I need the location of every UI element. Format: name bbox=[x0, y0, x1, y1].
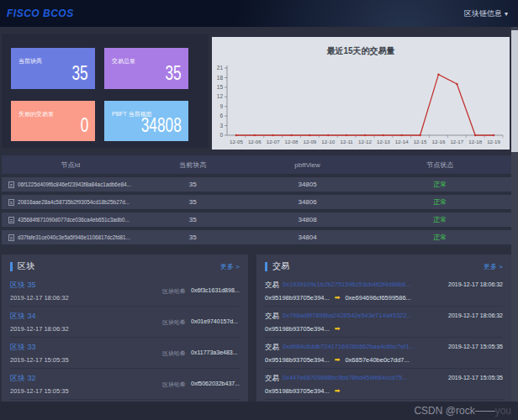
node-id: 06f1225d409f6c846ef23943f8a84ac1adb6e84.… bbox=[18, 181, 131, 188]
block-hash: 0x01e9740157d... bbox=[191, 318, 238, 327]
svg-text:15: 15 bbox=[217, 84, 224, 90]
block-list-item: 区块 35 2019-12-17 18:06:32 区块哈希 0x6f3c163… bbox=[10, 276, 240, 307]
block-number-link[interactable]: 区块 35 bbox=[10, 281, 162, 289]
svg-text:12-19: 12-19 bbox=[487, 139, 500, 144]
tx-hash-link[interactable]: 0x1939109c1b2b2751596c53cb463f4d86b6... bbox=[283, 281, 448, 289]
node-id: 435684f871090d077dce036ca4eb651c3adb0... bbox=[18, 216, 130, 223]
col-block-height: 当前块高 bbox=[140, 160, 246, 170]
table-row: 20816aae28a4c58735b2f93054cd18b25b27d...… bbox=[2, 195, 511, 209]
block-list-item: 区块 32 2019-12-17 15:05:35 区块哈希 0xf506203… bbox=[10, 369, 240, 400]
stats-cards-panel: 当前块高 35 交易总量 35 失败的交易量 0 PBFT 当前视图 34808 bbox=[2, 34, 209, 148]
svg-text:12-15: 12-15 bbox=[414, 139, 427, 144]
pbft-view: 34806 bbox=[246, 198, 368, 206]
tx-time: 2019-12-17 18:06:32 bbox=[448, 281, 503, 289]
watermark-main: CSDN @rock—— bbox=[414, 405, 494, 417]
svg-text:12-06: 12-06 bbox=[248, 139, 262, 144]
block-height: 35 bbox=[140, 216, 246, 223]
tx-hash-link[interactable]: 0x798ad8f7898ba2426542e543e714a45322... bbox=[283, 312, 448, 320]
table-row: d37fafe31ce040c3e5a5f946e1106817dc2fd81.… bbox=[2, 230, 511, 244]
transaction-list-item: 交易 0xd984c6ddb7241716926b562baa4c6bc7ef1… bbox=[265, 338, 503, 369]
block-hash: 0xf5062032b437... bbox=[191, 381, 240, 389]
stat-card-pbft-view: PBFT 当前视图 34808 bbox=[104, 101, 188, 142]
watermark: CSDN @rock——you bbox=[414, 405, 511, 417]
svg-text:9: 9 bbox=[219, 103, 223, 109]
tx-label: 交易 bbox=[265, 312, 279, 320]
block-height: 35 bbox=[140, 198, 246, 206]
stat-label: 交易总量 bbox=[112, 57, 135, 66]
transactions-panel: 交易 更多 > 交易 0x1939109c1b2b2751596c53cb463… bbox=[256, 255, 511, 402]
nav-chain-info-label: 区块链信息 bbox=[464, 8, 502, 19]
tx-label: 交易 bbox=[265, 343, 279, 351]
tx-label: 交易 bbox=[265, 374, 279, 382]
copy-icon[interactable] bbox=[8, 217, 14, 223]
block-hash: 0x6f3c1631d898... bbox=[191, 287, 240, 296]
transactions-panel-title: 交易 bbox=[272, 261, 484, 271]
table-row: 06f1225d409f6c846ef23943f8a84ac1adb6e84.… bbox=[2, 177, 511, 192]
svg-text:3: 3 bbox=[219, 123, 223, 129]
arrow-right-icon: ➡ bbox=[335, 387, 341, 395]
watermark-tail: you bbox=[495, 405, 511, 417]
svg-text:18: 18 bbox=[217, 75, 224, 81]
tx-to: 0x6857e40be0c7dd7... bbox=[345, 356, 409, 364]
col-node-id: 节点Id bbox=[2, 160, 140, 170]
block-height: 35 bbox=[140, 234, 246, 241]
copy-icon[interactable] bbox=[8, 199, 14, 206]
tx-chart-panel: 最近15天的交易量 03691215182112-0512-0612-0712-… bbox=[212, 37, 510, 150]
blocks-more-link[interactable]: 更多 > bbox=[220, 262, 240, 271]
blocks-panel: 区块 更多 > 区块 35 2019-12-17 18:06:32 区块哈希 0… bbox=[2, 255, 248, 402]
tx-hash-link[interactable]: 0xd984c6ddb7241716926b562baa4c6bc7ef1... bbox=[283, 343, 448, 351]
block-number-link[interactable]: 区块 33 bbox=[10, 343, 162, 351]
node-id: d37fafe31ce040c3e5a5f946e1106817dc2fd81.… bbox=[18, 234, 130, 241]
block-time: 2019-12-17 15:05:35 bbox=[10, 356, 162, 364]
node-id-cell: d37fafe31ce040c3e5a5f946e1106817dc2fd81.… bbox=[2, 234, 140, 241]
stat-value: 35 bbox=[72, 63, 88, 83]
stat-card-block-height: 当前块高 35 bbox=[11, 48, 95, 89]
tx-time: 2019-12-17 18:06:32 bbox=[448, 312, 503, 320]
tx-label: 交易 bbox=[265, 281, 279, 289]
block-hash-label: 区块哈希 bbox=[162, 381, 186, 389]
title-bar-marker bbox=[10, 262, 13, 271]
copy-icon[interactable] bbox=[8, 234, 14, 241]
node-table-header: 节点Id 当前块高 pbftView 节点状态 bbox=[2, 155, 511, 174]
svg-text:21: 21 bbox=[217, 65, 224, 71]
stat-value: 0 bbox=[80, 115, 88, 135]
fisco-bcos-logo: FISCO BCOS bbox=[7, 8, 74, 19]
transaction-list-item: 交易 0x447e68709888bc9bb78bd459fe64ccd75..… bbox=[265, 369, 503, 400]
tx-from: 0x95198b93705e394... bbox=[265, 294, 330, 302]
stat-label: 失败的交易量 bbox=[18, 110, 54, 118]
status-badge: 正常 bbox=[368, 215, 511, 224]
block-number-link[interactable]: 区块 34 bbox=[10, 312, 162, 320]
transactions-panel-header: 交易 更多 > bbox=[256, 255, 511, 276]
svg-text:12: 12 bbox=[217, 93, 224, 99]
arrow-right-icon: ➡ bbox=[335, 325, 341, 333]
block-time: 2019-12-17 15:05:35 bbox=[10, 387, 162, 395]
block-number-link[interactable]: 区块 32 bbox=[10, 374, 162, 382]
nav-chain-info[interactable]: 区块链信息 ▾ bbox=[464, 8, 508, 19]
node-id-cell: 06f1225d409f6c846ef23943f8a84ac1adb6e84.… bbox=[2, 181, 140, 188]
svg-text:6: 6 bbox=[219, 113, 223, 118]
col-node-status: 节点状态 bbox=[368, 160, 511, 170]
blocks-panel-header: 区块 更多 > bbox=[2, 255, 248, 276]
svg-text:12-10: 12-10 bbox=[321, 139, 335, 144]
transactions-more-link[interactable]: 更多 > bbox=[484, 262, 503, 271]
copy-icon[interactable] bbox=[8, 181, 14, 188]
svg-text:12-05: 12-05 bbox=[230, 139, 243, 144]
chevron-down-icon: ▾ bbox=[505, 10, 508, 18]
svg-text:12-12: 12-12 bbox=[358, 139, 372, 144]
title-bar-marker bbox=[265, 262, 267, 271]
scrollbar-thumb[interactable] bbox=[511, 30, 518, 152]
table-row: 435684f871090d077dce036ca4eb651c3adb0...… bbox=[2, 213, 511, 227]
pbft-view: 34808 bbox=[246, 216, 368, 223]
tx-hash-link[interactable]: 0x447e68709888bc9bb78bd459fe64ccd75... bbox=[283, 374, 448, 382]
arrow-right-icon: ➡ bbox=[335, 356, 341, 364]
block-time: 2019-12-17 18:06:32 bbox=[10, 294, 162, 302]
stat-card-failed-tx: 失败的交易量 0 bbox=[11, 101, 95, 142]
transaction-list-item: 交易 0x798ad8f7898ba2426542e543e714a45322.… bbox=[265, 307, 503, 338]
status-badge: 正常 bbox=[368, 197, 511, 207]
stat-value: 35 bbox=[166, 63, 182, 83]
scrollbar-track[interactable] bbox=[511, 27, 518, 402]
svg-text:12-11: 12-11 bbox=[340, 139, 353, 144]
tx-to: 0xe694696cf6599586... bbox=[345, 294, 410, 302]
pbft-view: 34805 bbox=[246, 181, 368, 188]
svg-text:0: 0 bbox=[219, 132, 223, 138]
